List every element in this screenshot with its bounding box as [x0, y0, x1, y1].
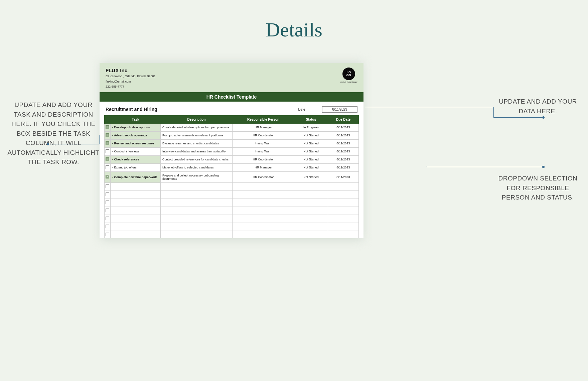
- due-cell[interactable]: 8/11/2023: [328, 123, 358, 131]
- task-cell[interactable]: [111, 223, 161, 231]
- due-cell[interactable]: [328, 182, 358, 190]
- checkbox-icon[interactable]: [106, 157, 109, 161]
- status-cell[interactable]: [294, 182, 328, 190]
- task-cell[interactable]: [111, 215, 161, 223]
- due-cell[interactable]: [328, 215, 358, 223]
- status-cell[interactable]: [294, 190, 328, 199]
- description-cell[interactable]: [161, 182, 233, 190]
- checkbox-icon[interactable]: [106, 225, 109, 228]
- responsible-cell[interactable]: [233, 223, 294, 231]
- due-cell[interactable]: [328, 190, 358, 199]
- due-cell[interactable]: 8/11/2023: [328, 139, 358, 147]
- checkbox-cell[interactable]: [105, 199, 111, 207]
- due-cell[interactable]: 8/11/2023: [328, 163, 358, 171]
- task-cell[interactable]: - Advertise job openings: [111, 131, 161, 139]
- checkbox-cell[interactable]: [105, 223, 111, 231]
- task-cell[interactable]: [111, 231, 161, 238]
- status-cell[interactable]: In Progress: [294, 123, 328, 131]
- status-cell[interactable]: Not Started: [294, 131, 328, 139]
- responsible-cell[interactable]: HR Coordinator: [233, 131, 294, 139]
- status-cell[interactable]: Not Started: [294, 147, 328, 155]
- due-cell[interactable]: [328, 223, 358, 231]
- description-cell[interactable]: [161, 231, 233, 238]
- status-cell[interactable]: Not Started: [294, 171, 328, 182]
- description-cell[interactable]: [161, 215, 233, 223]
- checkbox-icon[interactable]: [106, 125, 109, 129]
- due-cell[interactable]: 8/11/2023: [328, 155, 358, 163]
- checkbox-cell[interactable]: [105, 131, 111, 139]
- task-cell[interactable]: - Conduct interviews: [111, 147, 161, 155]
- checkbox-icon[interactable]: [106, 175, 109, 178]
- status-cell[interactable]: Not Started: [294, 155, 328, 163]
- checkbox-icon[interactable]: [106, 133, 109, 137]
- responsible-cell[interactable]: [233, 182, 294, 190]
- responsible-cell[interactable]: [233, 199, 294, 207]
- checkbox-cell[interactable]: [105, 155, 111, 163]
- checkbox-icon[interactable]: [106, 165, 109, 169]
- description-cell[interactable]: Evaluate resumes and shortlist candidate…: [161, 139, 233, 147]
- checkbox-cell[interactable]: [105, 139, 111, 147]
- description-cell[interactable]: Make job offers to selected candidates: [161, 163, 233, 171]
- due-cell[interactable]: [328, 231, 358, 238]
- checkbox-cell[interactable]: [105, 147, 111, 155]
- checkbox-icon[interactable]: [106, 217, 109, 220]
- status-cell[interactable]: Not Started: [294, 139, 328, 147]
- responsible-cell[interactable]: HR Coordinator: [233, 155, 294, 163]
- description-cell[interactable]: [161, 199, 233, 207]
- due-cell[interactable]: [328, 207, 358, 215]
- responsible-cell[interactable]: Hiring Team: [233, 139, 294, 147]
- description-cell[interactable]: [161, 190, 233, 199]
- task-cell[interactable]: [111, 182, 161, 190]
- task-cell[interactable]: - Develop job descriptions: [111, 123, 161, 131]
- checkbox-cell[interactable]: [105, 123, 111, 131]
- status-cell[interactable]: [294, 231, 328, 238]
- description-cell[interactable]: Prepare and collect necessary onboarding…: [161, 171, 233, 182]
- col-check: [105, 115, 111, 123]
- date-input[interactable]: 8/11/2023: [322, 106, 358, 113]
- status-cell[interactable]: [294, 199, 328, 207]
- description-cell[interactable]: Post job advertisements on relevant plat…: [161, 131, 233, 139]
- description-cell[interactable]: [161, 223, 233, 231]
- responsible-cell[interactable]: Hiring Team: [233, 147, 294, 155]
- checkbox-cell[interactable]: [105, 171, 111, 182]
- status-cell[interactable]: [294, 215, 328, 223]
- description-cell[interactable]: Interview candidates and assess their su…: [161, 147, 233, 155]
- due-cell[interactable]: 8/11/2023: [328, 131, 358, 139]
- checkbox-cell[interactable]: [105, 215, 111, 223]
- checkbox-icon[interactable]: [106, 209, 109, 212]
- status-cell[interactable]: Not Started: [294, 163, 328, 171]
- status-cell[interactable]: [294, 223, 328, 231]
- task-cell[interactable]: - Review and screen resumes: [111, 139, 161, 147]
- checkbox-cell[interactable]: [105, 190, 111, 199]
- responsible-cell[interactable]: HR Manager: [233, 163, 294, 171]
- checkbox-cell[interactable]: [105, 231, 111, 238]
- description-cell[interactable]: [161, 207, 233, 215]
- due-cell[interactable]: [328, 199, 358, 207]
- description-cell[interactable]: Create detailed job descriptions for ope…: [161, 123, 233, 131]
- checkbox-icon[interactable]: [106, 201, 109, 204]
- checkbox-icon[interactable]: [106, 193, 109, 196]
- responsible-cell[interactable]: HR Coordinator: [233, 171, 294, 182]
- description-cell[interactable]: Contact provided references for candidat…: [161, 155, 233, 163]
- task-cell[interactable]: [111, 199, 161, 207]
- checkbox-icon[interactable]: [106, 149, 109, 153]
- task-cell[interactable]: [111, 190, 161, 199]
- checkbox-cell[interactable]: [105, 182, 111, 190]
- checkbox-icon[interactable]: [106, 141, 109, 145]
- responsible-cell[interactable]: [233, 231, 294, 238]
- due-cell[interactable]: 8/11/2023: [328, 147, 358, 155]
- task-cell[interactable]: - Check references: [111, 155, 161, 163]
- task-cell[interactable]: - Complete new hire paperwork: [111, 171, 161, 182]
- due-cell[interactable]: 8/11/2023: [328, 171, 358, 182]
- task-cell[interactable]: [111, 207, 161, 215]
- responsible-cell[interactable]: [233, 190, 294, 199]
- checkbox-icon[interactable]: [106, 233, 109, 236]
- task-cell[interactable]: - Extend job offers: [111, 163, 161, 171]
- responsible-cell[interactable]: [233, 207, 294, 215]
- responsible-cell[interactable]: [233, 215, 294, 223]
- checkbox-cell[interactable]: [105, 207, 111, 215]
- checkbox-icon[interactable]: [106, 184, 109, 188]
- status-cell[interactable]: [294, 207, 328, 215]
- responsible-cell[interactable]: HR Manager: [233, 123, 294, 131]
- checkbox-cell[interactable]: [105, 163, 111, 171]
